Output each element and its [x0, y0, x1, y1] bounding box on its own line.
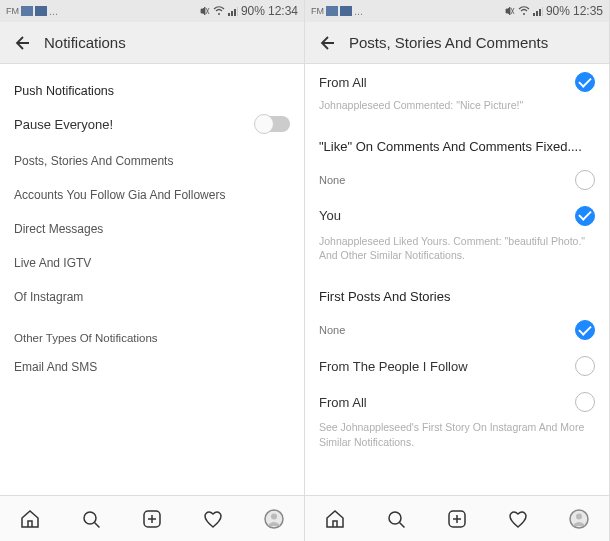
svg-point-5	[84, 512, 96, 524]
row-direct-messages[interactable]: Direct Messages	[0, 212, 304, 246]
nav-heart-icon[interactable]	[201, 507, 225, 531]
row-from-all2[interactable]: From All	[305, 386, 609, 420]
mute-icon	[200, 6, 210, 16]
row-label: Posts, Stories And Comments	[14, 154, 290, 168]
radio-from-all2[interactable]	[575, 392, 595, 412]
section-first-posts: First Posts And Stories	[305, 275, 609, 312]
svg-rect-4	[237, 7, 238, 16]
nav-add-icon[interactable]	[445, 507, 469, 531]
status-fm: FM	[6, 6, 19, 16]
row-label: From The People I Follow	[319, 359, 575, 374]
mute-icon	[505, 6, 515, 16]
caption: Johnappleseed Commented: "Nice Picture!"	[305, 98, 609, 125]
radio-you[interactable]	[575, 206, 595, 226]
row-none2[interactable]: None	[305, 312, 609, 350]
status-icon	[35, 6, 47, 16]
bottom-nav	[0, 495, 304, 541]
signal-icon	[533, 6, 543, 16]
battery-text: 90%	[241, 4, 265, 18]
svg-rect-12	[539, 9, 541, 16]
row-label: Accounts You Follow Gia And Followers	[14, 188, 290, 202]
caption: Johnappleseed Liked Yours. Comment: "bea…	[305, 234, 609, 275]
back-button[interactable]	[315, 32, 337, 54]
section-push: Push Notifications	[0, 70, 304, 104]
row-live-igtv[interactable]: Live And IGTV	[0, 246, 304, 280]
svg-point-0	[218, 13, 220, 15]
row-pause-everyone[interactable]: Pause Everyone!	[0, 104, 304, 144]
nav-add-icon[interactable]	[140, 507, 164, 531]
status-icon	[340, 6, 352, 16]
section-other: Other Types Of Notifications	[0, 314, 304, 350]
signal-icon	[228, 6, 238, 16]
status-fm: FM	[311, 6, 324, 16]
svg-rect-1	[228, 13, 230, 16]
row-label: Direct Messages	[14, 222, 290, 236]
row-from-all[interactable]: From All	[305, 70, 609, 98]
status-icon	[21, 6, 33, 16]
time-text: 12:35	[573, 4, 603, 18]
svg-point-9	[523, 13, 525, 15]
svg-rect-13	[542, 7, 543, 16]
row-label: None	[319, 324, 575, 336]
header: Notifications	[0, 22, 304, 64]
svg-rect-2	[231, 11, 233, 16]
status-bar: FM ... 90% 12:35	[305, 0, 609, 22]
row-label: You	[319, 208, 575, 223]
nav-heart-icon[interactable]	[506, 507, 530, 531]
row-label: Of Instagram	[14, 290, 290, 304]
status-bar: FM ... 90% 12:34	[0, 0, 304, 22]
section-like-comments: "Like" On Comments And Comments Fixed...…	[305, 125, 609, 162]
battery-text: 90%	[546, 4, 570, 18]
svg-rect-11	[536, 11, 538, 16]
time-text: 12:34	[268, 4, 298, 18]
svg-rect-3	[234, 9, 236, 16]
status-dots: ...	[354, 5, 363, 17]
row-label: Pause Everyone!	[14, 117, 256, 132]
page-title: Notifications	[44, 34, 126, 51]
radio-from-follow[interactable]	[575, 356, 595, 376]
row-from-follow[interactable]: From The People I Follow	[305, 350, 609, 386]
nav-profile-icon[interactable]	[567, 507, 591, 531]
radio-none[interactable]	[575, 170, 595, 190]
svg-rect-10	[533, 13, 535, 16]
row-accounts-follow[interactable]: Accounts You Follow Gia And Followers	[0, 178, 304, 212]
radio-none2[interactable]	[575, 320, 595, 340]
row-posts-stories[interactable]: Posts, Stories And Comments	[0, 144, 304, 178]
nav-search-icon[interactable]	[79, 507, 103, 531]
wifi-icon	[518, 6, 530, 16]
bottom-nav	[305, 495, 609, 541]
status-icon	[326, 6, 338, 16]
row-none[interactable]: None	[305, 162, 609, 200]
svg-point-14	[389, 512, 401, 524]
nav-home-icon[interactable]	[323, 507, 347, 531]
wifi-icon	[213, 6, 225, 16]
caption: See Johnappleseed's First Story On Insta…	[305, 420, 609, 461]
content: Push Notifications Pause Everyone! Posts…	[0, 64, 304, 495]
back-button[interactable]	[10, 32, 32, 54]
svg-point-8	[271, 513, 277, 519]
row-label: None	[319, 174, 575, 186]
radio-from-all[interactable]	[575, 72, 595, 92]
svg-point-17	[576, 513, 582, 519]
nav-search-icon[interactable]	[384, 507, 408, 531]
screen-posts-stories: FM ... 90% 12:35 Posts, Stories And Comm…	[305, 0, 610, 541]
row-you[interactable]: You	[305, 200, 609, 234]
toggle-pause[interactable]	[256, 116, 290, 132]
screen-notifications: FM ... 90% 12:34 Notifications Push Noti…	[0, 0, 305, 541]
row-label: From All	[319, 75, 575, 90]
nav-profile-icon[interactable]	[262, 507, 286, 531]
status-dots: ...	[49, 5, 58, 17]
nav-home-icon[interactable]	[18, 507, 42, 531]
row-email-sms[interactable]: Email And SMS	[0, 350, 304, 384]
header: Posts, Stories And Comments	[305, 22, 609, 64]
page-title: Posts, Stories And Comments	[349, 34, 548, 51]
content: From All Johnappleseed Commented: "Nice …	[305, 64, 609, 495]
row-of-instagram[interactable]: Of Instagram	[0, 280, 304, 314]
row-label: Live And IGTV	[14, 256, 290, 270]
row-label: From All	[319, 395, 575, 410]
row-label: Email And SMS	[14, 360, 290, 374]
